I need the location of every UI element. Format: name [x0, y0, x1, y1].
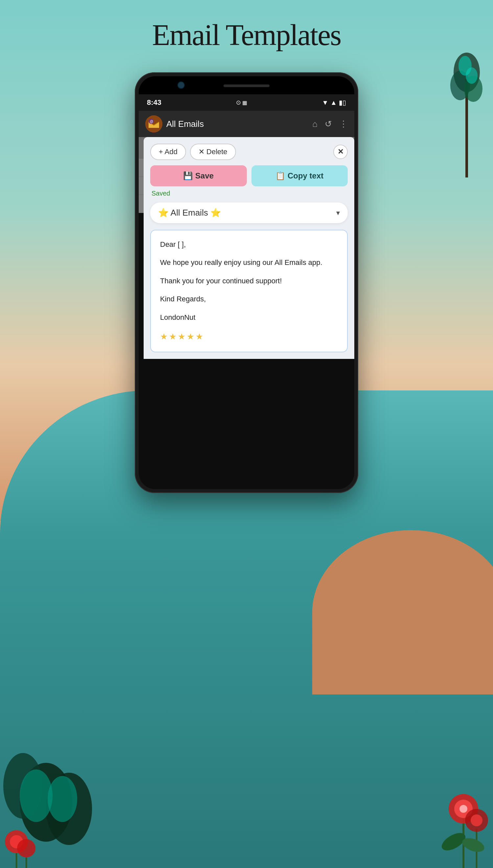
star-2: ★: [169, 329, 176, 344]
star-1: ★: [160, 329, 168, 344]
email-line-thanks: Thank you for your continued support!: [160, 275, 338, 287]
email-line-greeting: Dear [ ],: [160, 238, 338, 251]
save-copy-row: 💾 Save 📋 Copy text: [150, 165, 348, 186]
add-template-button[interactable]: + Add: [150, 144, 186, 160]
home-icon[interactable]: ⌂: [312, 119, 318, 129]
app-header-title: All Emails: [166, 119, 308, 129]
star-3: ★: [178, 329, 185, 344]
decorative-flowers: [398, 704, 493, 868]
phone-inner: 8:43 ⊙ ▦ ▼ ▲ ▮▯: [139, 76, 354, 489]
header-icons: ⌂ ↺ ⋮: [312, 119, 348, 129]
page-title: Email Templates: [0, 18, 493, 52]
popup-action-row: + Add ✕ Delete ✕: [150, 144, 348, 160]
status-time: 8:43: [147, 98, 162, 107]
svg-point-20: [459, 805, 467, 813]
svg-point-25: [145, 115, 163, 132]
phone-speaker: [223, 85, 270, 87]
email-line-signature: LondonNut: [160, 311, 338, 323]
more-menu-icon[interactable]: ⋮: [339, 119, 348, 129]
email-line-name: LondonNut: [160, 313, 196, 321]
copy-text-button[interactable]: 📋 Copy text: [252, 165, 348, 186]
email-stars: ★ ★ ★ ★ ★: [160, 329, 338, 344]
delete-template-button[interactable]: ✕ Delete: [190, 144, 236, 160]
status-bar: 8:43 ⊙ ▦ ▼ ▲ ▮▯: [139, 94, 354, 111]
phone-frame: 8:43 ⊙ ▦ ▼ ▲ ▮▯: [135, 72, 358, 493]
svg-point-9: [20, 769, 52, 822]
star-5: ★: [196, 329, 203, 344]
email-body-text: Dear [ ], We hope you really enjoy using…: [160, 238, 338, 344]
email-body-container: Dear [ ], We hope you really enjoy using…: [150, 230, 348, 352]
app-screen: @ All Emails ⌂ ↺ ⋮ Close Send To: ＋: [139, 111, 354, 489]
decorative-plants: [0, 638, 128, 868]
popup-overlay: + Add ✕ Delete ✕ 💾 Save 📋 Copy text Save…: [139, 137, 354, 489]
signal-icon: ▲: [330, 99, 337, 107]
phone-camera: [178, 82, 184, 88]
svg-text:@: @: [150, 120, 153, 123]
status-app-icon: ⊙: [236, 99, 241, 106]
save-button[interactable]: 💾 Save: [150, 165, 247, 186]
decorative-tree: [447, 46, 487, 177]
template-selector[interactable]: ⭐ All Emails ⭐ ▾: [150, 202, 348, 223]
star-4: ★: [187, 329, 194, 344]
app-header: @ All Emails ⌂ ↺ ⋮: [139, 111, 354, 137]
app-logo: @: [145, 115, 163, 132]
refresh-icon[interactable]: ↺: [325, 119, 332, 129]
status-left-icons: ⊙ ▦: [236, 99, 247, 106]
chevron-down-icon: ▾: [336, 209, 340, 217]
battery-icon: ▮▯: [339, 99, 346, 107]
template-popup: + Add ✕ Delete ✕ 💾 Save 📋 Copy text Save…: [144, 137, 354, 359]
status-right-icons: ▼ ▲ ▮▯: [322, 99, 346, 107]
wifi-icon: ▼: [322, 99, 328, 107]
svg-point-13: [17, 839, 36, 858]
email-line-regards: Kind Regards,: [160, 293, 338, 305]
saved-status: Saved: [150, 190, 348, 197]
svg-point-22: [471, 815, 483, 826]
svg-point-10: [48, 776, 77, 822]
status-sim-icon: ▦: [242, 100, 247, 106]
template-name: ⭐ All Emails ⭐: [158, 208, 221, 218]
close-popup-button[interactable]: ✕: [333, 145, 348, 159]
svg-point-5: [466, 67, 477, 84]
email-line-enjoy: We hope you really enjoy using our All E…: [160, 256, 338, 268]
